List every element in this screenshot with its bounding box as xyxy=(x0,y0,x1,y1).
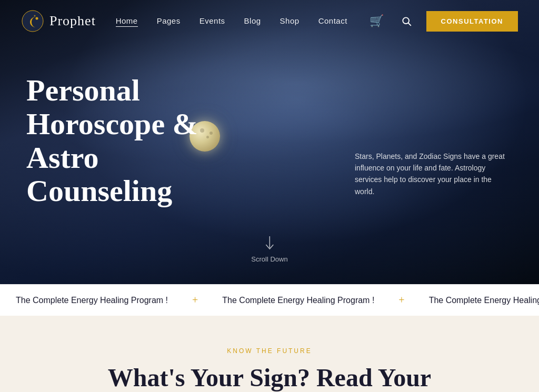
cart-icon: 🛒 xyxy=(370,14,384,28)
nav-item-contact[interactable]: Contact xyxy=(318,16,347,25)
ticker-item-1: The Complete Energy Healing Program ! xyxy=(0,296,184,305)
scroll-arrow-icon xyxy=(264,236,275,252)
nav-item-shop[interactable]: Shop xyxy=(280,16,300,25)
ticker-separator-2: + xyxy=(398,294,404,306)
svg-line-4 xyxy=(408,23,411,26)
ticker-item-3: The Complete Energy Healing Program ! xyxy=(413,296,539,305)
hero-headline: Personal Horoscope & Astro Counseling xyxy=(26,74,237,208)
logo-link[interactable]: Prophet xyxy=(21,9,96,33)
nav-item-home[interactable]: Home xyxy=(116,16,138,27)
svg-point-1 xyxy=(36,17,38,20)
search-icon xyxy=(401,16,412,26)
scroll-down-label: Scroll Down xyxy=(251,255,287,263)
ticker-inner: The Complete Energy Healing Program ! + … xyxy=(0,294,539,306)
cart-button[interactable]: 🛒 xyxy=(367,12,386,31)
scroll-down-button[interactable]: Scroll Down xyxy=(251,236,287,263)
navbar: Prophet Home Pages Events Blog Shop Cont… xyxy=(0,0,539,42)
search-button[interactable] xyxy=(397,12,416,31)
hero-description: Stars, Planets, and Zodiac Signs have a … xyxy=(355,150,513,198)
ticker-bar: The Complete Energy Healing Program ! + … xyxy=(0,284,539,316)
nav-right: 🛒 CONSULTATION xyxy=(367,11,518,32)
svg-point-0 xyxy=(22,11,43,32)
svg-point-2 xyxy=(34,15,36,17)
nav-item-pages[interactable]: Pages xyxy=(157,16,181,25)
logo-text: Prophet xyxy=(49,13,96,29)
logo-icon xyxy=(21,9,44,33)
below-section: KNOW THE FUTURE What's Your Sign? Read Y… xyxy=(0,316,539,392)
ticker-item-2: The Complete Energy Healing Program ! xyxy=(206,296,390,305)
section-heading: What's Your Sign? Read Your xyxy=(21,364,518,392)
nav-links: Home Pages Events Blog Shop Contact xyxy=(116,16,347,26)
consultation-button[interactable]: CONSULTATION xyxy=(426,11,518,32)
ticker-separator-1: + xyxy=(192,294,198,306)
section-tag: KNOW THE FUTURE xyxy=(21,347,518,355)
hero-section: Personal Horoscope & Astro Counseling St… xyxy=(0,0,539,284)
nav-item-blog[interactable]: Blog xyxy=(244,16,261,25)
nav-item-events[interactable]: Events xyxy=(199,16,225,25)
hero-right-content: Stars, Planets, and Zodiac Signs have a … xyxy=(355,150,513,208)
